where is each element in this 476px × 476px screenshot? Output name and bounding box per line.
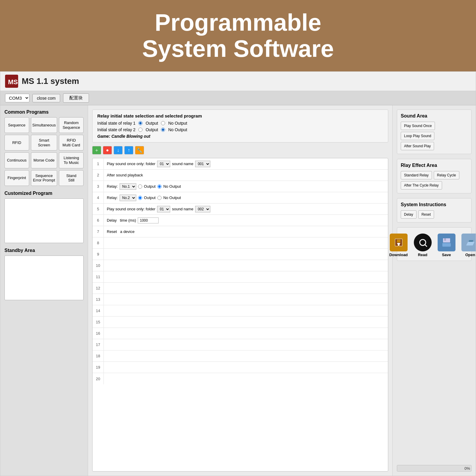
- row-content: Delay time (ms): [104, 216, 388, 225]
- table-row: 7 Reset a device: [93, 226, 388, 237]
- after-sound-play-button[interactable]: After Sound Play: [401, 142, 434, 150]
- standard-relay-button[interactable]: Standard Relay: [401, 171, 432, 179]
- folder-select-5[interactable]: 01: [157, 206, 170, 212]
- table-row: 4 Relay: No.2 Output No Output: [93, 192, 388, 203]
- open-label: Open: [465, 253, 475, 257]
- sound-area-title: Sound Area: [401, 113, 468, 119]
- row-content: Relay: No.2 Output No Output: [104, 193, 388, 203]
- delay-button[interactable]: Delay: [401, 210, 416, 219]
- system-instruction-buttons: Delay Reset: [401, 210, 468, 219]
- relay2-output-radio[interactable]: [138, 128, 143, 132]
- relay3-no-output-radio[interactable]: [157, 184, 162, 189]
- read-icon: [414, 234, 432, 251]
- btn-sequence[interactable]: Sequence: [4, 117, 29, 133]
- customized-program-box: [4, 198, 84, 243]
- btn-morse-code[interactable]: Morse Code: [31, 152, 57, 168]
- tool-button[interactable]: 🔧: [135, 146, 144, 154]
- relay2-label: Initial state of relay 2: [97, 127, 135, 132]
- toolbar: COM3 close com 配置块: [0, 91, 476, 105]
- btn-listening-to-music[interactable]: ListeningTo Music: [59, 152, 84, 168]
- btn-simultaneous[interactable]: Simultaneous: [31, 117, 57, 133]
- remove-row-button[interactable]: ●: [103, 146, 112, 154]
- table-row: 20: [93, 373, 388, 384]
- app-logo: MS: [5, 75, 18, 88]
- table-row: 9: [93, 249, 388, 260]
- table-row: 1 Play sound once only: folder 01 sound …: [93, 158, 388, 170]
- relay2-no-output-radio[interactable]: [161, 128, 165, 132]
- table-row: 13: [93, 294, 388, 305]
- table-row: 17: [93, 339, 388, 350]
- btn-random-sequence[interactable]: RandomSequence: [59, 117, 84, 133]
- btn-rfid[interactable]: RFID: [4, 135, 29, 151]
- delay-input[interactable]: [138, 217, 159, 223]
- center-panel: Relay initial state selection and select…: [88, 105, 392, 476]
- reset-button[interactable]: Reset: [418, 210, 434, 219]
- read-action[interactable]: Read: [414, 234, 432, 257]
- config-block: 配置块: [63, 93, 89, 103]
- add-row-button[interactable]: ＋: [92, 146, 101, 154]
- btn-smart-screen[interactable]: SmartScreen: [31, 135, 57, 151]
- game-row: Game: Candle Blowing out: [97, 134, 383, 139]
- relay1-output-radio[interactable]: [138, 121, 143, 125]
- table-row: 19: [93, 362, 388, 373]
- relay-select-3[interactable]: No.1: [120, 183, 136, 190]
- relay-select-4[interactable]: No.2: [120, 195, 136, 201]
- download-label: Download: [389, 253, 408, 257]
- save-action[interactable]: Save: [438, 234, 455, 257]
- btn-fingerprint[interactable]: Fingerprint: [4, 170, 29, 186]
- standby-title: Standby Area: [4, 248, 84, 253]
- folder-select-1[interactable]: 01: [157, 161, 170, 167]
- header-title: Programmable System Software: [142, 10, 334, 62]
- common-programs-title: Common Programs: [4, 109, 84, 115]
- table-row: 6 Delay time (ms): [93, 215, 388, 226]
- title-bar: MS MS 1.1 system: [0, 72, 476, 91]
- close-com-button[interactable]: close com: [32, 94, 60, 102]
- common-programs-grid: Sequence Simultaneous RandomSequence RFI…: [4, 117, 84, 186]
- relay2-output-label: Output: [145, 127, 158, 132]
- download-action[interactable]: Download: [389, 234, 408, 257]
- relay-cycle-button[interactable]: Relay Cycle: [434, 171, 459, 179]
- system-instructions-title: System Instructions: [401, 202, 468, 207]
- play-sound-once-button[interactable]: Play Sound Once: [401, 122, 435, 130]
- right-panel: Sound Area Play Sound Once Loop Play Sou…: [392, 105, 476, 476]
- relay-effect-title: Rlay Effect Area: [401, 163, 468, 168]
- loop-play-sound-button[interactable]: Loop Play Sound: [401, 132, 434, 140]
- sound-buttons: Play Sound Once Loop Play Sound After So…: [401, 122, 468, 150]
- btn-continuous[interactable]: Continuous: [4, 152, 29, 168]
- action-icons: Download Read: [401, 234, 468, 257]
- open-action[interactable]: Open: [461, 234, 476, 257]
- relay4-output-radio[interactable]: [138, 196, 142, 200]
- move-up-button[interactable]: ↑: [124, 146, 133, 154]
- row-content: Play sound once only: folder 01 sound na…: [104, 204, 388, 214]
- table-row: 3 Relay: No.1 Output No Output: [93, 181, 388, 192]
- sound-select-5[interactable]: 002: [195, 206, 210, 212]
- game-label: Game:: [97, 134, 111, 139]
- relay1-no-output-radio[interactable]: [161, 121, 165, 125]
- relay-config-title: Relay initial state selection and select…: [97, 113, 383, 118]
- row-num: 3: [93, 181, 104, 192]
- standby-section: Standby Area: [4, 248, 84, 300]
- relay2-row: Initial state of relay 2 Output No Outpu…: [97, 127, 383, 132]
- relay1-row: Initial state of relay 1 Output No Outpu…: [97, 121, 383, 126]
- save-label: Save: [442, 253, 451, 257]
- action-icons-section: Download Read: [397, 227, 472, 261]
- table-row: 11: [93, 271, 388, 283]
- download-icon: [390, 234, 408, 251]
- svg-text:MS: MS: [8, 78, 18, 86]
- after-the-cycle-relay-button[interactable]: After The Cycle Relay: [401, 181, 442, 190]
- progress-label: 0%: [464, 466, 470, 471]
- app-window: MS MS 1.1 system COM3 close com 配置块 Comm…: [0, 71, 476, 476]
- table-row: 2 After sound playback: [93, 170, 388, 181]
- btn-rfid-multi-card[interactable]: RFIDMulti Card: [59, 135, 84, 151]
- relay3-output-radio[interactable]: [138, 184, 142, 189]
- sound-select-1[interactable]: 001: [195, 161, 210, 167]
- btn-sequence-error-prompt[interactable]: SequenceError Prompt: [31, 170, 57, 186]
- save-icon: [438, 234, 455, 251]
- table-row: 5 Play sound once only: folder 01 sound …: [93, 203, 388, 215]
- left-panel: Common Programs Sequence Simultaneous Ra…: [0, 105, 88, 476]
- relay-effect-buttons: Standard Relay Relay Cycle After The Cyc…: [401, 171, 468, 190]
- btn-stand-still[interactable]: StandStill: [59, 170, 84, 186]
- relay4-no-output-radio[interactable]: [157, 196, 162, 200]
- move-down-button[interactable]: ↓: [114, 146, 123, 154]
- com-port-select[interactable]: COM3: [5, 94, 29, 102]
